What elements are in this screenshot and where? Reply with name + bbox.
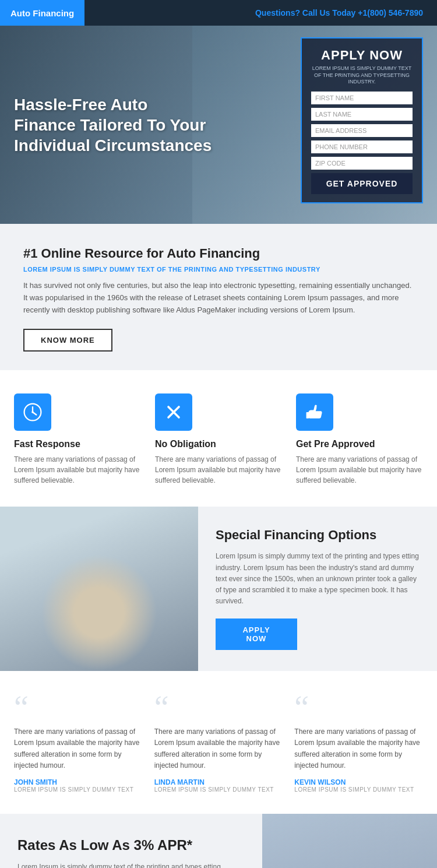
feature-no-obligation: No Obligation There are many variations … — [155, 393, 282, 486]
feature-fast-response: Fast Response There are many variations … — [14, 393, 141, 486]
info-section: #1 Online Resource for Auto Financing LO… — [0, 224, 437, 370]
know-more-button[interactable]: KNOW MORE — [23, 329, 112, 352]
feature-title-3: Get Pre Approved — [296, 439, 423, 449]
quote-mark-2: “ — [154, 694, 283, 721]
testimonial-3: “ There are many variations of passag of… — [294, 694, 423, 793]
feature-desc-3: There are many variations of passag of L… — [296, 454, 423, 486]
phone-label: Questions? Call Us Today — [255, 8, 355, 17]
feature-desc-2: There are many variations of passag of L… — [155, 454, 282, 486]
testimonial-text-1: There are many variations of passag of L… — [14, 726, 143, 771]
financing-apply-button[interactable]: APPLY NOW — [216, 619, 297, 650]
info-heading: #1 Online Resource for Auto Financing — [23, 246, 414, 261]
special-financing-section: Special Financing Options Lorem Ipsum is… — [0, 507, 437, 671]
phone-info: Questions? Call Us Today +1(800) 546-789… — [255, 8, 437, 17]
testimonial-role-1: LOREM IPSUM IS SIMPLY DUMMY TEXT — [14, 786, 143, 793]
testimonial-role-3: LOREM IPSUM IS SIMPLY DUMMY TEXT — [294, 786, 423, 793]
rates-body: Lorem Ipsum is simply dummy text of the … — [17, 862, 245, 868]
testimonial-1: “ There are many variations of passag of… — [14, 694, 143, 793]
thumbsup-icon — [296, 393, 333, 431]
hero-form: APPLY NOW LOREM IPSUM IS SIMPLY DUMMY TE… — [301, 37, 423, 203]
financing-image — [0, 507, 198, 671]
rates-content: Rates As Low As 3% APR* Lorem Ipsum is s… — [0, 814, 262, 868]
form-subtitle: LOREM IPSUM IS SIMPLY DUMMY TEXT OF THE … — [311, 65, 413, 86]
financing-person — [0, 507, 198, 671]
last-name-input[interactable] — [311, 108, 413, 121]
get-approved-button[interactable]: GET APPROVED — [311, 173, 413, 194]
hero-title: Hassle-Free Auto Finance Tailored To You… — [14, 94, 212, 156]
feature-desc-1: There are many variations of passag of L… — [14, 454, 141, 486]
rates-image — [262, 814, 437, 868]
features-section: Fast Response There are many variations … — [0, 370, 437, 507]
hero-section: Hassle-Free Auto Finance Tailored To You… — [0, 26, 437, 224]
clock-icon — [14, 393, 51, 431]
phone-number-value[interactable]: +1(800) 546-7890 — [358, 8, 423, 17]
testimonials-section: “ There are many variations of passag of… — [0, 671, 437, 814]
first-name-input[interactable] — [311, 92, 413, 104]
feature-pre-approved: Get Pre Approved There are many variatio… — [296, 393, 423, 486]
testimonial-text-2: There are many variations of passag of L… — [154, 726, 283, 771]
form-title: APPLY NOW — [311, 48, 413, 63]
email-input[interactable] — [311, 124, 413, 137]
zip-input[interactable] — [311, 157, 413, 170]
svg-rect-6 — [306, 412, 309, 419]
testimonial-name-3: KEVIN WILSON — [294, 778, 423, 786]
svg-point-3 — [31, 412, 34, 414]
financing-body: Lorem Ipsum is simply dummy text of the … — [216, 551, 420, 607]
rates-heading: Rates As Low As 3% APR* — [17, 837, 245, 853]
financing-content: Special Financing Options Lorem Ipsum is… — [198, 507, 437, 671]
testimonial-name-1: JOHN SMITH — [14, 778, 143, 786]
brand-label: Auto Financing — [0, 0, 84, 26]
quote-mark-3: “ — [294, 694, 423, 721]
quote-mark-1: “ — [14, 694, 143, 721]
feature-title-1: Fast Response — [14, 439, 141, 449]
testimonial-text-3: There are many variations of passag of L… — [294, 726, 423, 771]
phone-input[interactable] — [311, 140, 413, 153]
testimonial-2: “ There are many variations of passag of… — [154, 694, 283, 793]
header: Auto Financing Questions? Call Us Today … — [0, 0, 437, 26]
financing-heading: Special Financing Options — [216, 528, 420, 543]
testimonial-name-2: LINDA MARTIN — [154, 778, 283, 786]
feature-title-2: No Obligation — [155, 439, 282, 449]
testimonial-role-2: LOREM IPSUM IS SIMPLY DUMMY TEXT — [154, 786, 283, 793]
info-subheading: LOREM IPSUM IS SIMPLY DUMMY TEXT OF THE … — [23, 266, 414, 273]
info-body: It has survived not only five centuries,… — [23, 280, 414, 316]
rates-section: Rates As Low As 3% APR* Lorem Ipsum is s… — [0, 814, 437, 868]
close-icon — [155, 393, 192, 431]
